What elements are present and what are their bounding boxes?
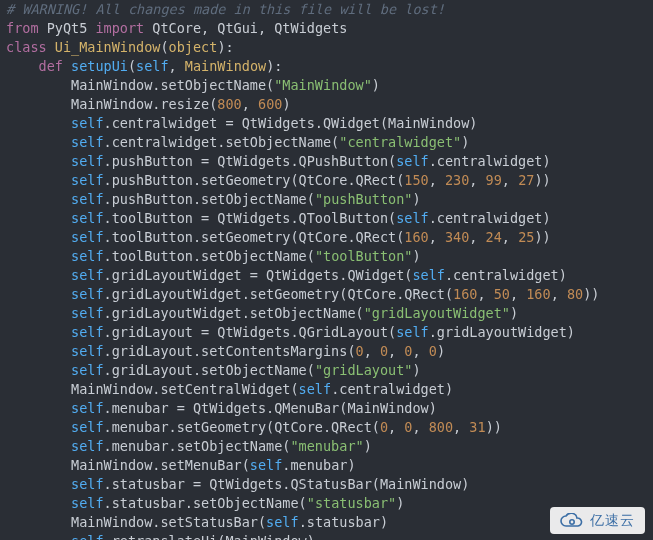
code-line: self.gridLayoutWidget.setObjectName("gri…	[6, 304, 653, 323]
number-literal: 160	[526, 286, 550, 302]
watermark-badge: 亿速云	[550, 507, 645, 534]
code: .gridLayout.setContentsMargins(	[104, 343, 356, 359]
code-line: self.pushButton.setObjectName("pushButto…	[6, 190, 653, 209]
code-line: # WARNING! All changes made in this file…	[6, 0, 653, 19]
code: .toolButton.setObjectName(	[104, 248, 315, 264]
keyword-class: class	[6, 39, 55, 55]
self-ref: self	[71, 362, 104, 378]
code-line: self.gridLayout.setContentsMargins(0, 0,…	[6, 342, 653, 361]
code: .pushButton = QtWidgets.QPushButton(	[104, 153, 397, 169]
code: .statusbar = QtWidgets.QStatusBar(MainWi…	[104, 476, 470, 492]
code-line: def setupUi(self, MainWindow):	[6, 57, 653, 76]
code: MainWindow.setObjectName(	[71, 77, 274, 93]
punct: ))	[583, 286, 599, 302]
code: .gridLayoutWidget = QtWidgets.QWidget(	[104, 267, 413, 283]
code: MainWindow.setMenuBar(	[71, 457, 250, 473]
string-literal: "gridLayout"	[315, 362, 413, 378]
number-literal: 25	[518, 229, 534, 245]
code: .statusbar.setObjectName(	[104, 495, 307, 511]
punct: ):	[217, 39, 233, 55]
cloud-icon	[560, 513, 584, 529]
code-line: from PyQt5 import QtCore, QtGui, QtWidge…	[6, 19, 653, 38]
punct: ,	[453, 419, 469, 435]
punct: )	[412, 191, 420, 207]
self-ref: self	[71, 343, 104, 359]
code: .pushButton.setObjectName(	[104, 191, 315, 207]
self-ref: self	[266, 514, 299, 530]
punct: ,	[364, 343, 380, 359]
code: .centralwidget = QtWidgets.QWidget(MainW…	[104, 115, 478, 131]
code: .centralwidget.setObjectName(	[104, 134, 340, 150]
code: .centralwidget)	[429, 153, 551, 169]
number-literal: 31	[469, 419, 485, 435]
number-literal: 230	[445, 172, 469, 188]
code: .centralwidget)	[445, 267, 567, 283]
self-ref: self	[71, 533, 104, 540]
code: .menubar.setObjectName(	[104, 438, 291, 454]
punct: ))	[486, 419, 502, 435]
code-line: self.menubar.setGeometry(QtCore.QRect(0,…	[6, 418, 653, 437]
punct: )	[396, 495, 404, 511]
string-literal: "centralwidget"	[339, 134, 461, 150]
punct: ,	[429, 172, 445, 188]
code: .menubar.setGeometry(QtCore.QRect(	[104, 419, 380, 435]
punct: ,	[388, 343, 404, 359]
number-literal: 27	[518, 172, 534, 188]
code-line: self.gridLayoutWidget.setGeometry(QtCore…	[6, 285, 653, 304]
import-names: QtCore, QtGui, QtWidgets	[152, 20, 347, 36]
punct: ,	[510, 286, 526, 302]
code: .statusbar)	[299, 514, 388, 530]
code-line: class Ui_MainWindow(object):	[6, 38, 653, 57]
punct: ,	[169, 58, 185, 74]
code: .toolButton = QtWidgets.QToolButton(	[104, 210, 397, 226]
punct: ,	[477, 286, 493, 302]
code: .gridLayoutWidget.setGeometry(QtCore.QRe…	[104, 286, 454, 302]
number-literal: 99	[486, 172, 502, 188]
watermark-label: 亿速云	[590, 511, 635, 530]
punct: )	[282, 96, 290, 112]
code-line: self.gridLayout.setObjectName("gridLayou…	[6, 361, 653, 380]
param-name: MainWindow	[185, 58, 266, 74]
code: MainWindow.resize(	[71, 96, 217, 112]
comment: # WARNING! All changes made in this file…	[6, 1, 445, 17]
code-line: self.centralwidget = QtWidgets.QWidget(M…	[6, 114, 653, 133]
self-ref: self	[396, 210, 429, 226]
punct: ,	[502, 229, 518, 245]
module-name: PyQt5	[47, 20, 96, 36]
self-ref: self	[71, 191, 104, 207]
code: .pushButton.setGeometry(QtCore.QRect(	[104, 172, 405, 188]
string-literal: "pushButton"	[315, 191, 413, 207]
self-ref: self	[71, 476, 104, 492]
string-literal: "statusbar"	[307, 495, 396, 511]
code: .centralwidget)	[331, 381, 453, 397]
code: .menubar)	[282, 457, 355, 473]
string-literal: "gridLayoutWidget"	[364, 305, 510, 321]
self-ref: self	[71, 305, 104, 321]
code: MainWindow.setCentralWidget(	[71, 381, 299, 397]
code-line: MainWindow.setCentralWidget(self.central…	[6, 380, 653, 399]
punct: )	[461, 134, 469, 150]
string-literal: "toolButton"	[315, 248, 413, 264]
self-ref: self	[71, 495, 104, 511]
self-ref: self	[396, 153, 429, 169]
code: .retranslateUi(MainWindow)	[104, 533, 315, 540]
self-ref: self	[71, 324, 104, 340]
punct: (	[160, 39, 168, 55]
punct: )	[510, 305, 518, 321]
punct: ,	[388, 419, 404, 435]
code-line: self.menubar.setObjectName("menubar")	[6, 437, 653, 456]
number-literal: 800	[429, 419, 453, 435]
code: .gridLayoutWidget)	[429, 324, 575, 340]
self-ref: self	[71, 229, 104, 245]
self-ref: self	[71, 134, 104, 150]
code: .toolButton.setGeometry(QtCore.QRect(	[104, 229, 405, 245]
code-line: MainWindow.resize(800, 600)	[6, 95, 653, 114]
function-name: setupUi	[71, 58, 128, 74]
punct: )	[372, 77, 380, 93]
number-literal: 600	[258, 96, 282, 112]
number-literal: 160	[404, 229, 428, 245]
self-ref: self	[396, 324, 429, 340]
code-line: self.gridLayout = QtWidgets.QGridLayout(…	[6, 323, 653, 342]
self-ref: self	[71, 438, 104, 454]
code: .gridLayout.setObjectName(	[104, 362, 315, 378]
